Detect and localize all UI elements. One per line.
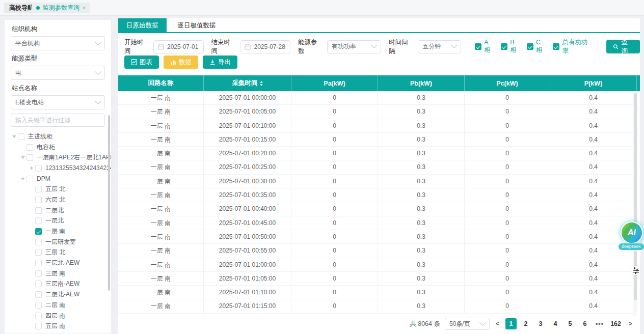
checkbox-C相[interactable]: C相 bbox=[527, 39, 546, 54]
export-button[interactable]: 导出 bbox=[203, 55, 237, 69]
tree-checkbox[interactable] bbox=[35, 228, 42, 235]
table-row[interactable]: 一层 南2025-07-01 00:45:0000.300.4 bbox=[118, 216, 640, 230]
tree-node-四层 南[interactable]: 四层 南 bbox=[11, 311, 105, 321]
prev-page-button[interactable]: < bbox=[494, 320, 501, 327]
table-row[interactable]: 一层 南2025-07-01 01:15:0000.300.4 bbox=[118, 299, 640, 313]
tree-checkbox[interactable] bbox=[35, 207, 42, 214]
tree-checkbox[interactable] bbox=[35, 302, 42, 309]
tree-filter-input[interactable]: 输入关键字进行过滤 bbox=[11, 114, 105, 127]
tree-node-一层南1APE2右一层北1APE1左[interactable]: 一层南1APE2右一层北1APE1左 bbox=[11, 152, 105, 163]
start-date-input[interactable]: 2025-07-01 bbox=[153, 40, 204, 53]
checkbox-box[interactable] bbox=[501, 43, 507, 50]
table-row[interactable]: 一层 南2025-07-01 00:00:0000.300.4 bbox=[118, 91, 640, 105]
tree-node-1231325534324243423424342[interactable]: 1231325534324243423424342 bbox=[11, 163, 105, 174]
caret-down-icon[interactable] bbox=[19, 156, 26, 159]
checkbox-总有功功率[interactable]: 总有功功率 bbox=[553, 38, 592, 55]
tree-node-主进线柜[interactable]: 主进线柜 bbox=[11, 131, 105, 142]
tree-checkbox[interactable] bbox=[26, 176, 33, 182]
column-header-采集时间[interactable]: 采集时间 bbox=[204, 75, 291, 91]
caret-right-icon[interactable] bbox=[28, 166, 35, 170]
checkbox-box[interactable] bbox=[553, 43, 559, 50]
tree-checkbox[interactable] bbox=[35, 217, 42, 224]
table-row[interactable]: 一层 南2025-07-01 00:55:0000.300.4 bbox=[118, 244, 640, 258]
tree-node-电容柜[interactable]: 电容柜 bbox=[11, 142, 105, 153]
sort-icon[interactable] bbox=[260, 81, 263, 86]
tree-checkbox[interactable] bbox=[35, 270, 42, 277]
query-button[interactable]: 查询 bbox=[606, 40, 640, 53]
ai-assistant-widget[interactable]: AI deepseek bbox=[620, 220, 644, 252]
table-row[interactable]: 一层 南2025-07-01 01:05:0000.300.4 bbox=[118, 272, 640, 286]
table-row[interactable]: 一层 南2025-07-01 00:15:0000.300.4 bbox=[118, 133, 640, 147]
table-row[interactable]: 一层 南2025-07-01 00:35:0000.300.4 bbox=[118, 188, 640, 202]
page-button-5[interactable]: 5 bbox=[565, 318, 576, 329]
tree-node-三层南-AEW[interactable]: 三层南-AEW bbox=[11, 279, 105, 290]
tree-checkbox[interactable] bbox=[35, 281, 42, 287]
checkbox-B相[interactable]: B相 bbox=[501, 39, 520, 54]
energy-select[interactable]: 电 bbox=[11, 66, 105, 80]
table-row[interactable]: 一层 南2025-07-01 00:40:0000.300.4 bbox=[118, 202, 640, 216]
site-select[interactable]: E楼变电站 bbox=[11, 95, 105, 109]
tree-node-二层北[interactable]: 二层北 bbox=[11, 205, 105, 216]
checkbox-A相[interactable]: A相 bbox=[475, 39, 494, 54]
checkbox-box[interactable] bbox=[527, 43, 533, 50]
tree-node-二层北-AEW[interactable]: 二层北-AEW bbox=[11, 289, 105, 300]
ai-icon[interactable]: AI bbox=[621, 221, 643, 244]
page-button-4[interactable]: 4 bbox=[550, 318, 561, 329]
org-select[interactable]: 平台机构 bbox=[11, 36, 105, 50]
sidebar-scrollbar[interactable] bbox=[108, 115, 110, 291]
close-icon[interactable]: × bbox=[83, 3, 86, 13]
table-row[interactable]: 一层 南2025-07-01 01:00:0000.300.4 bbox=[118, 258, 640, 272]
next-page-button[interactable]: > bbox=[627, 320, 634, 327]
tree-checkbox[interactable] bbox=[35, 239, 42, 245]
tree-node-五层 北[interactable]: 五层 北 bbox=[11, 184, 105, 194]
tree-node-六层 北[interactable]: 六层 北 bbox=[11, 194, 105, 205]
tree-checkbox[interactable] bbox=[35, 186, 42, 192]
caret-down-icon[interactable] bbox=[11, 135, 18, 138]
tree-node-二层 南[interactable]: 二层 南 bbox=[11, 300, 105, 311]
tree-node-一层 南[interactable]: 一层 南 bbox=[11, 226, 105, 237]
chart-view-button[interactable]: 图表 bbox=[124, 55, 159, 69]
end-date-input[interactable]: 2025-07-28 bbox=[240, 40, 290, 53]
page-button-1[interactable]: 1 bbox=[505, 318, 517, 329]
tree-checkbox[interactable] bbox=[35, 291, 42, 298]
checkbox-box[interactable] bbox=[475, 43, 481, 50]
tree-node-五层 南[interactable]: 五层 南 bbox=[11, 321, 105, 331]
tree-node-六层 南[interactable]: 六层 南 bbox=[11, 331, 105, 334]
page-button-3[interactable]: 3 bbox=[535, 318, 546, 329]
table-row[interactable]: 一层 南2025-07-01 00:10:0000.300.4 bbox=[118, 119, 640, 133]
tab-daily-extreme-data[interactable]: 逐日极值数据 bbox=[167, 18, 227, 32]
page-size-select[interactable]: 50条/页 bbox=[445, 318, 490, 330]
open-page-tab[interactable]: 监测参数查询 × bbox=[32, 3, 90, 13]
tree-node-一层北[interactable]: 一层北 bbox=[11, 216, 105, 227]
caret-down-icon[interactable] bbox=[19, 178, 26, 180]
data-view-button[interactable]: 数据 bbox=[164, 55, 198, 69]
column-settings-icon[interactable] bbox=[631, 266, 640, 275]
table-row[interactable]: 一层 南2025-07-01 01:10:0000.300.4 bbox=[118, 286, 640, 299]
tree-node-三层 北[interactable]: 三层 北 bbox=[11, 247, 105, 258]
table-row[interactable]: 一层 南2025-07-01 00:05:0000.300.4 bbox=[118, 105, 640, 119]
tab-daily-raw-data[interactable]: 日原始数据 bbox=[118, 18, 167, 32]
energy-param-select[interactable]: 有功功率 bbox=[327, 40, 381, 53]
tree-checkbox[interactable] bbox=[26, 154, 33, 161]
tree-checkbox[interactable] bbox=[18, 133, 24, 140]
tree-checkbox[interactable] bbox=[35, 249, 42, 256]
table-row[interactable]: 一层 南2025-07-01 00:25:0000.300.4 bbox=[118, 160, 640, 174]
tree-node-DPM[interactable]: DPM bbox=[11, 174, 105, 184]
page-button-162[interactable]: 162 bbox=[609, 318, 623, 329]
tree-node-一层研发室[interactable]: 一层研发室 bbox=[11, 237, 105, 247]
table-row[interactable]: 一层 南2025-07-01 00:30:0000.300.4 bbox=[118, 175, 640, 188]
table-row[interactable]: 一层 南2025-07-01 00:20:0000.300.4 bbox=[118, 147, 640, 160]
tree-checkbox[interactable] bbox=[35, 165, 42, 172]
tree-checkbox[interactable] bbox=[35, 323, 42, 329]
tree-node-三层北-AEW[interactable]: 三层北-AEW bbox=[11, 258, 105, 268]
tree-checkbox[interactable] bbox=[26, 144, 33, 151]
tree-checkbox[interactable] bbox=[35, 197, 42, 203]
tree-node-三层 南[interactable]: 三层 南 bbox=[11, 268, 105, 279]
page-button-6[interactable]: 6 bbox=[579, 318, 591, 329]
tree-checkbox[interactable] bbox=[35, 313, 42, 319]
page-button-2[interactable]: 2 bbox=[520, 318, 531, 329]
table-row[interactable]: 一层 南2025-07-01 00:50:0000.300.4 bbox=[118, 230, 640, 244]
interval-select[interactable]: 五分钟 bbox=[418, 40, 461, 53]
table-scrollbar-track[interactable] bbox=[633, 92, 637, 316]
tree-checkbox[interactable] bbox=[35, 260, 42, 266]
